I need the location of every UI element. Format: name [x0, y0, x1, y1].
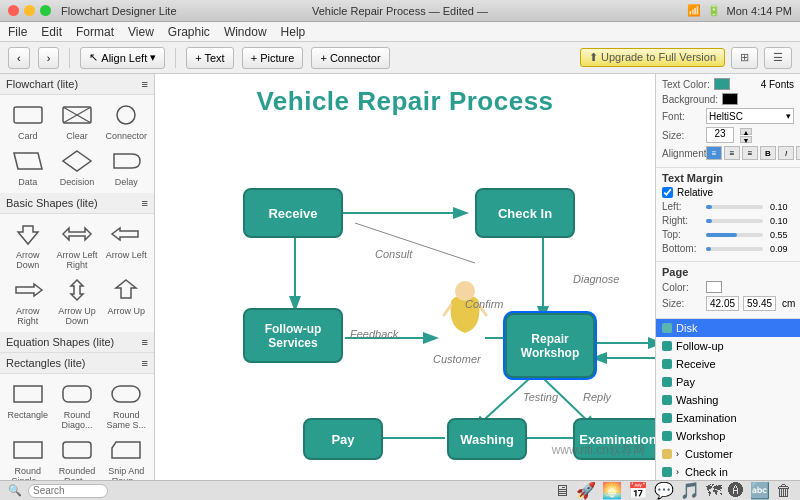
dock-trash-icon[interactable]: 🗑: [776, 482, 792, 500]
shape-arrow-lr-label: Arrow Left Right: [55, 250, 98, 270]
size-up-button[interactable]: ▲: [740, 128, 752, 135]
dock-messages-icon[interactable]: 💬: [654, 481, 674, 500]
size-down-button[interactable]: ▼: [740, 136, 752, 143]
relative-checkbox[interactable]: [662, 187, 673, 198]
font-selector[interactable]: HeltiSC ▾: [706, 108, 794, 124]
node-follow-up[interactable]: Follow-up Services: [243, 308, 343, 363]
text-tool[interactable]: + Text: [186, 47, 233, 69]
upgrade-button[interactable]: ⬆ Upgrade to Full Version: [580, 48, 725, 67]
layer-workshop-label: Workshop: [676, 430, 725, 442]
connector-tool[interactable]: + Connector: [311, 47, 389, 69]
shape-round-diag[interactable]: Round Diago...: [53, 378, 100, 432]
dock-finder-icon[interactable]: 🖥: [554, 482, 570, 500]
dock-music-icon[interactable]: 🎵: [680, 481, 700, 500]
minimize-button[interactable]: [24, 5, 35, 16]
layer-receive[interactable]: Receive: [656, 355, 800, 373]
layer-workshop[interactable]: Workshop: [656, 427, 800, 445]
shape-snip-round[interactable]: Snip And Roun...: [103, 434, 150, 480]
forward-button[interactable]: ›: [38, 47, 60, 69]
shape-rounded-rect[interactable]: Rounded Rect...: [53, 434, 100, 480]
menu-edit[interactable]: Edit: [41, 25, 62, 39]
italic-button[interactable]: I: [778, 146, 794, 160]
shape-arrow-ud[interactable]: Arrow Up Down: [53, 274, 100, 328]
layer-pay[interactable]: Pay: [656, 373, 800, 391]
dock-launchpad-icon[interactable]: 🚀: [576, 481, 596, 500]
menu-view[interactable]: View: [128, 25, 154, 39]
size-input[interactable]: 23: [706, 127, 734, 143]
bg-color-swatch[interactable]: [722, 93, 738, 105]
back-button[interactable]: ‹: [8, 47, 30, 69]
margin-right-value: 0.10: [770, 216, 794, 226]
layer-washing[interactable]: Washing: [656, 391, 800, 409]
margin-top-slider[interactable]: [706, 233, 763, 237]
shape-decision[interactable]: Decision: [53, 145, 100, 189]
diagram-title: Vehicle Repair Process: [155, 74, 655, 123]
bold-button[interactable]: B: [760, 146, 776, 160]
shape-arrow-left[interactable]: Arrow Left: [103, 218, 150, 272]
dock-calendar-icon[interactable]: 📅: [628, 481, 648, 500]
menu-graphic[interactable]: Graphic: [168, 25, 210, 39]
layer-checkin[interactable]: › Check in: [656, 463, 800, 480]
menu-format[interactable]: Format: [76, 25, 114, 39]
node-check-in[interactable]: Check In: [475, 188, 575, 238]
align-center-button[interactable]: ≡: [724, 146, 740, 160]
rectangles-expand[interactable]: ≡: [142, 357, 148, 369]
menu-help[interactable]: Help: [281, 25, 306, 39]
shape-arrow-left-label: Arrow Left: [106, 250, 147, 260]
layer-disk[interactable]: Disk: [656, 319, 800, 337]
node-repair-workshop[interactable]: Repair Workshop: [505, 313, 595, 378]
maximize-button[interactable]: [40, 5, 51, 16]
shape-delay[interactable]: Delay: [103, 145, 150, 189]
shape-connector[interactable]: Connector: [103, 99, 150, 143]
toolbar-separator2: [175, 48, 176, 68]
shape-arrow-lr[interactable]: Arrow Left Right: [53, 218, 100, 272]
shape-round-same[interactable]: Round Same S...: [103, 378, 150, 432]
search-input[interactable]: [28, 484, 108, 498]
cursor-tool[interactable]: ↖ Align Left ▾: [80, 47, 165, 69]
dock-maps-icon[interactable]: 🗺: [706, 482, 722, 500]
margin-bottom-slider[interactable]: [706, 247, 763, 251]
label-reply: Reply: [583, 391, 611, 403]
shape-arrow-right[interactable]: Arrow Right: [4, 274, 51, 328]
grid-view-button[interactable]: ⊞: [731, 47, 758, 69]
underline-button[interactable]: U: [796, 146, 800, 160]
menu-file[interactable]: File: [8, 25, 27, 39]
node-parts-store[interactable]: Parts Store: [653, 308, 655, 373]
menu-window[interactable]: Window: [224, 25, 267, 39]
basic-shapes-expand[interactable]: ≡: [142, 197, 148, 209]
dock-app-store-icon[interactable]: 🅐: [728, 482, 744, 500]
shape-arrow-up[interactable]: Arrow Up: [103, 274, 150, 328]
label-testing: Testing: [523, 391, 558, 403]
list-view-button[interactable]: ☰: [764, 47, 792, 69]
shape-card[interactable]: Card: [4, 99, 51, 143]
page-color-swatch[interactable]: [706, 281, 722, 293]
align-left-button[interactable]: ≡: [706, 146, 722, 160]
node-pay[interactable]: Pay: [303, 418, 383, 460]
shape-rectangle[interactable]: Rectangle: [4, 378, 51, 432]
picture-tool[interactable]: + Picture: [242, 47, 304, 69]
shape-arrow-down[interactable]: Arrow Down: [4, 218, 51, 272]
layer-followup[interactable]: Follow-up: [656, 337, 800, 355]
shape-round-single[interactable]: Round Single...: [4, 434, 51, 480]
equation-shapes-header[interactable]: Equation Shapes (lite) ≡: [0, 332, 154, 353]
shape-data[interactable]: Data: [4, 145, 51, 189]
close-button[interactable]: [8, 5, 19, 16]
dock: 🔍 🖥 🚀 🌅 📅 💬 🎵 🗺 🅐 🔤 🗑: [0, 480, 800, 500]
rectangles-section-header[interactable]: Rectangles (lite) ≡: [0, 353, 154, 374]
text-color-swatch[interactable]: [714, 78, 730, 90]
margin-right-slider[interactable]: [706, 219, 763, 223]
margin-left-slider[interactable]: [706, 205, 763, 209]
dock-font-icon[interactable]: 🔤: [750, 481, 770, 500]
dock-photos-icon[interactable]: 🌅: [602, 481, 622, 500]
equation-expand[interactable]: ≡: [142, 336, 148, 348]
node-receive[interactable]: Receive: [243, 188, 343, 238]
basic-shapes-header[interactable]: Basic Shapes (lite) ≡: [0, 193, 154, 214]
flowchart-section-header[interactable]: Flowchart (lite) ≡: [0, 74, 154, 95]
layer-customer[interactable]: › Customer: [656, 445, 800, 463]
node-washing[interactable]: Washing: [447, 418, 527, 460]
canvas-area[interactable]: Vehicle Repair Process: [155, 74, 655, 480]
align-right-button[interactable]: ≡: [742, 146, 758, 160]
layer-examination[interactable]: Examination: [656, 409, 800, 427]
flowchart-section-expand[interactable]: ≡: [142, 78, 148, 90]
shape-clear[interactable]: Clear: [53, 99, 100, 143]
